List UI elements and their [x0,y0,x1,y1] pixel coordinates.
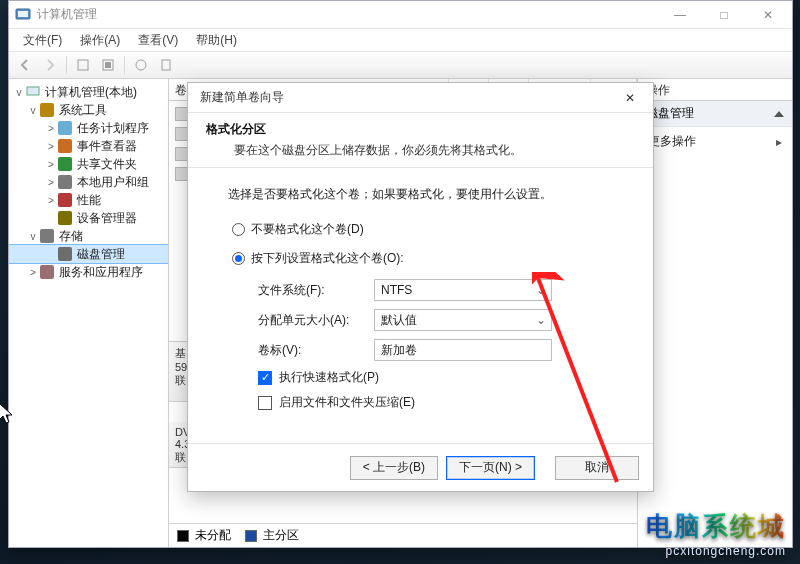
prop-icon[interactable] [129,54,153,76]
close-button[interactable]: ✕ [746,1,790,29]
chk-quick-format[interactable]: ✓ 执行快速格式化(P) [258,369,625,386]
tree-twist-icon: > [45,123,57,134]
menu-help[interactable]: 帮助(H) [188,30,245,51]
actions-band[interactable]: 磁盘管理 [638,101,792,127]
chevron-down-icon: ⌄ [531,280,551,300]
radio-do-format-label: 按下列设置格式化这个卷(O): [251,250,404,267]
dialog-close-button[interactable]: ✕ [613,84,647,112]
combo-allocation-value: 默认值 [381,312,417,329]
tree-item[interactable]: >任务计划程序 [9,119,168,137]
cut-icon[interactable] [71,54,95,76]
tree-node-icon [39,102,55,118]
tree-node-icon [39,228,55,244]
tree-root-label: 计算机管理(本地) [45,84,137,101]
label-allocation: 分配单元大小(A): [258,312,374,329]
actions-pane: 操作 磁盘管理 更多操作 ▸ [637,79,792,547]
dialog-heading: 格式化分区 [206,121,635,138]
chevron-right-icon: ▸ [776,135,782,149]
tree-item-label: 任务计划程序 [77,120,149,137]
tree-node-icon [57,246,73,262]
toolbar-sep [66,56,67,74]
menu-action[interactable]: 操作(A) [72,30,128,51]
input-volume-label[interactable]: 新加卷 [374,339,552,361]
tree-item[interactable]: 设备管理器 [9,209,168,227]
tree-node-icon [57,210,73,226]
maximize-button[interactable]: □ [702,1,746,29]
radio-no-format-label: 不要格式化这个卷(D) [251,221,364,238]
tree-item-label: 存储 [59,228,83,245]
tree-twist-icon: > [45,159,57,170]
tree-item[interactable]: >共享文件夹 [9,155,168,173]
dialog-titlebar: 新建简单卷向导 ✕ [188,83,653,113]
nav-tree[interactable]: v 计算机管理(本地) v系统工具>任务计划程序>事件查看器>共享文件夹>本地用… [9,79,169,547]
back-button[interactable]: < 上一步(B) [350,456,438,480]
tree-twist-icon: > [45,195,57,206]
tree-item[interactable]: >本地用户和组 [9,173,168,191]
tree-node-icon [57,156,73,172]
next-button[interactable]: 下一页(N) > [446,456,535,480]
label-filesystem: 文件系统(F): [258,282,374,299]
refresh-icon[interactable] [96,54,120,76]
app-title: 计算机管理 [37,6,658,23]
tree-twist-icon: > [45,177,57,188]
tree-root[interactable]: v 计算机管理(本地) [9,83,168,101]
tree-item-label: 设备管理器 [77,210,137,227]
svg-point-5 [136,60,146,70]
checkbox-icon [258,396,272,410]
legend-unalloc: 未分配 [195,527,231,544]
tree-item-label: 共享文件夹 [77,156,137,173]
combo-allocation[interactable]: 默认值 ⌄ [374,309,552,331]
svg-rect-2 [78,60,88,70]
titlebar: 计算机管理 — □ ✕ [9,1,792,29]
chevron-down-icon: ⌄ [531,310,551,330]
checkbox-checked-icon: ✓ [258,371,272,385]
tree-item[interactable]: >服务和应用程序 [9,263,168,281]
app-icon [15,7,31,23]
tree-item-label: 事件查看器 [77,138,137,155]
toolbar [9,51,792,79]
chk-compress[interactable]: 启用文件和文件夹压缩(E) [258,394,625,411]
legend: 未分配 主分区 [169,523,637,547]
tree-node-icon [57,174,73,190]
minimize-button[interactable]: — [658,1,702,29]
more-actions[interactable]: 更多操作 ▸ [638,127,792,156]
more-actions-label: 更多操作 [648,133,696,150]
help-icon[interactable] [154,54,178,76]
row-filesystem: 文件系统(F): NTFS ⌄ [258,279,625,301]
svg-rect-7 [27,87,39,95]
nav-fwd-icon[interactable] [38,54,62,76]
radio-icon [232,223,245,236]
dialog-header: 格式化分区 要在这个磁盘分区上储存数据，你必须先将其格式化。 [188,113,653,168]
tree-node-icon [39,264,55,280]
toolbar-sep-2 [124,56,125,74]
tree-item-label: 服务和应用程序 [59,264,143,281]
svg-rect-1 [18,11,28,17]
tree-item[interactable]: v存储 [9,227,168,245]
collapse-icon [774,111,784,117]
legend-unalloc-swatch [177,530,189,542]
dialog-footer: < 上一步(B) 下一页(N) > 取消 [188,443,653,491]
radio-no-format[interactable]: 不要格式化这个卷(D) [232,221,625,238]
tree-item[interactable]: v系统工具 [9,101,168,119]
tree-item[interactable]: 磁盘管理 [9,245,168,263]
dialog-subheading: 要在这个磁盘分区上储存数据，你必须先将其格式化。 [234,142,635,159]
nav-back-icon[interactable] [13,54,37,76]
label-volume-label: 卷标(V): [258,342,374,359]
menu-view[interactable]: 查看(V) [130,30,186,51]
chk-quick-format-label: 执行快速格式化(P) [279,369,379,386]
combo-filesystem[interactable]: NTFS ⌄ [374,279,552,301]
tree-twist-icon: v [27,105,39,116]
row-volume-label: 卷标(V): 新加卷 [258,339,625,361]
radio-checked-icon [232,252,245,265]
tree-item[interactable]: >事件查看器 [9,137,168,155]
tree-node-icon [57,192,73,208]
cancel-button[interactable]: 取消 [555,456,639,480]
tree-item[interactable]: >性能 [9,191,168,209]
tree-twist-icon: > [45,141,57,152]
radio-do-format[interactable]: 按下列设置格式化这个卷(O): [232,250,625,267]
row-allocation: 分配单元大小(A): 默认值 ⌄ [258,309,625,331]
chk-compress-label: 启用文件和文件夹压缩(E) [279,394,415,411]
dialog-body: 选择是否要格式化这个卷；如果要格式化，要使用什么设置。 不要格式化这个卷(D) … [188,168,653,443]
menu-file[interactable]: 文件(F) [15,30,70,51]
menubar: 文件(F) 操作(A) 查看(V) 帮助(H) [9,29,792,51]
